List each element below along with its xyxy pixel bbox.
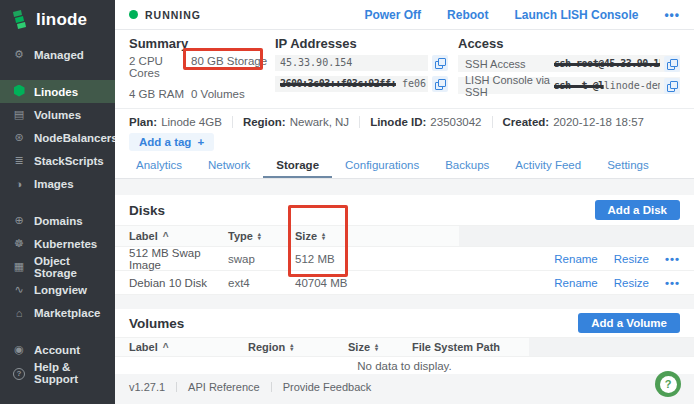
summary-column: Summary 2 CPU Cores 80 GB Storage 4 GB R… bbox=[129, 36, 275, 100]
main-content: RUNNING Power Off Reboot Launch LISH Con… bbox=[115, 0, 694, 404]
volumes-header: Volumes Add a Volume bbox=[115, 309, 694, 337]
sort-icon bbox=[290, 343, 293, 351]
tab-activity-feed[interactable]: Activity Feed bbox=[502, 154, 594, 178]
sidebar-nav: ⚙ Managed Linodes ▤ Volumes ⊛ NodeBalanc… bbox=[0, 43, 115, 384]
disk-size: 512 MB bbox=[295, 253, 445, 265]
volumes-column-region[interactable]: Region bbox=[248, 341, 348, 353]
copy-icon[interactable] bbox=[664, 56, 680, 72]
sidebar-item-domains[interactable]: ⊕ Domains bbox=[0, 209, 115, 232]
add-tag-button[interactable]: Add a tag+ bbox=[129, 133, 214, 151]
status-bar: RUNNING Power Off Reboot Launch LISH Con… bbox=[115, 0, 694, 30]
provide-feedback-link[interactable]: Provide Feedback bbox=[283, 381, 372, 393]
tab-backups[interactable]: Backups bbox=[432, 154, 502, 178]
volumes-column-size[interactable]: Size bbox=[348, 341, 400, 353]
disks-column-type[interactable]: Type bbox=[228, 230, 295, 242]
ssh-access-label: SSH Access bbox=[458, 58, 554, 70]
sidebar-item-longview[interactable]: ∿ Longview bbox=[0, 278, 115, 301]
copy-icon[interactable] bbox=[664, 78, 680, 94]
copy-icon[interactable] bbox=[432, 76, 448, 92]
sidebar-item-object-storage[interactable]: ▦ Object Storage bbox=[0, 255, 115, 278]
tag-row: Add a tag+ bbox=[115, 130, 694, 154]
tab-analytics[interactable]: Analytics bbox=[123, 154, 195, 178]
kubernetes-icon: ☸ bbox=[12, 237, 26, 250]
linode-id-detail: Linode ID:23503042 bbox=[359, 116, 491, 128]
sidebar: linode ⚙ Managed Linodes ▤ Volumes ⊛ Nod… bbox=[0, 0, 115, 404]
question-icon: ? bbox=[660, 376, 677, 393]
add-volume-button[interactable]: Add a Volume bbox=[578, 313, 680, 333]
disk-size: 40704 MB bbox=[295, 277, 445, 289]
sort-icon bbox=[322, 232, 325, 240]
ipv6-row: 2600:3c03::f03c:92ff: fe06:3 bbox=[275, 76, 448, 92]
created-detail: Created:2020-12-18 18:57 bbox=[492, 116, 654, 128]
lish-console-label: LISH Console via SSH bbox=[458, 74, 554, 98]
linodes-icon bbox=[12, 85, 26, 99]
tab-storage[interactable]: Storage bbox=[263, 154, 332, 178]
summary-title: Summary bbox=[129, 36, 275, 50]
summary-band: Summary 2 CPU Cores 80 GB Storage 4 GB R… bbox=[115, 30, 694, 108]
reboot-button[interactable]: Reboot bbox=[447, 8, 488, 22]
access-title: Access bbox=[458, 36, 680, 50]
sidebar-item-kubernetes[interactable]: ☸ Kubernetes bbox=[0, 232, 115, 255]
more-actions-icon[interactable]: ••• bbox=[664, 8, 680, 22]
lish-console-row: LISH Console via SSH ssh -t @llinode-dem… bbox=[458, 77, 680, 94]
nodebalancers-icon: ⊛ bbox=[12, 131, 26, 144]
ssh-access-row: SSH Access ssh root@45.33.90.154 bbox=[458, 55, 680, 72]
access-column: Access SSH Access ssh root@45.33.90.154 … bbox=[458, 36, 680, 100]
linode-logo[interactable]: linode bbox=[0, 0, 115, 39]
version-link[interactable]: v1.27.1 bbox=[129, 381, 165, 393]
disks-section: Disks Add a Disk Label Type Size 512 MB … bbox=[115, 195, 694, 295]
tab-network[interactable]: Network bbox=[195, 154, 263, 178]
object-storage-icon: ▦ bbox=[12, 260, 26, 273]
resize-disk-button[interactable]: Resize bbox=[614, 277, 649, 289]
volumes-title: Volumes bbox=[129, 316, 184, 331]
disk-more-actions-icon[interactable]: ••• bbox=[665, 253, 680, 265]
rename-disk-button[interactable]: Rename bbox=[554, 277, 597, 289]
region-detail: Region:Newark, NJ bbox=[232, 116, 359, 128]
add-disk-button[interactable]: Add a Disk bbox=[595, 200, 680, 220]
launch-lish-console-button[interactable]: Launch LISH Console bbox=[514, 8, 638, 22]
disk-row-swap: 512 MB Swap Image swap 512 MB Rename Res… bbox=[115, 247, 694, 271]
help-icon: ? bbox=[12, 366, 26, 380]
rename-disk-button[interactable]: Rename bbox=[554, 253, 597, 265]
tab-bar: Analytics Network Storage Configurations… bbox=[115, 154, 694, 179]
sort-asc-icon bbox=[163, 230, 169, 242]
volumes-empty-state: No data to display. bbox=[115, 357, 694, 374]
disk-type: swap bbox=[228, 253, 295, 265]
sidebar-item-images[interactable]: ◑ Images bbox=[0, 172, 115, 195]
disk-row-debian: Debian 10 Disk ext4 40704 MB Rename Resi… bbox=[115, 271, 694, 295]
sidebar-item-stackscripts[interactable]: ≣ StackScripts bbox=[0, 149, 115, 172]
ipv4-row: 45.33.90.154 bbox=[275, 55, 448, 71]
sidebar-item-marketplace[interactable]: ⌂ Marketplace bbox=[0, 301, 115, 324]
lish-console-value: ssh -t @llinode-demo123 bbox=[554, 80, 660, 91]
disks-column-label[interactable]: Label bbox=[115, 230, 228, 242]
account-icon: ◉ bbox=[12, 343, 26, 356]
tab-configurations[interactable]: Configurations bbox=[332, 154, 432, 178]
sidebar-item-linodes[interactable]: Linodes bbox=[0, 80, 115, 103]
volumes-section: Volumes Add a Volume Label Region Size F… bbox=[115, 309, 694, 374]
copy-icon[interactable] bbox=[432, 55, 448, 71]
sidebar-item-volumes[interactable]: ▤ Volumes bbox=[0, 103, 115, 126]
disks-title: Disks bbox=[129, 203, 165, 218]
tab-settings[interactable]: Settings bbox=[594, 154, 662, 178]
linode-status: RUNNING bbox=[129, 9, 201, 21]
footer: v1.27.1 API Reference Provide Feedback bbox=[115, 381, 694, 404]
disks-header: Disks Add a Disk bbox=[115, 195, 694, 225]
resize-disk-button[interactable]: Resize bbox=[614, 253, 649, 265]
help-fab-button[interactable]: ? bbox=[655, 371, 681, 397]
sidebar-item-nodebalancers[interactable]: ⊛ NodeBalancers bbox=[0, 126, 115, 149]
disk-more-actions-icon[interactable]: ••• bbox=[665, 277, 680, 289]
sidebar-item-help-support[interactable]: ? Help & Support bbox=[0, 361, 115, 384]
summary-grid: 2 CPU Cores 80 GB Storage 4 GB RAM 0 Vol… bbox=[129, 55, 275, 100]
sidebar-item-account[interactable]: ◉ Account bbox=[0, 338, 115, 361]
volumes-table-header: Label Region Size File System Path bbox=[115, 337, 694, 357]
cpu-cores-value: 2 CPU Cores bbox=[129, 55, 191, 79]
sidebar-item-managed[interactable]: ⚙ Managed bbox=[0, 43, 115, 66]
sort-icon bbox=[375, 343, 378, 351]
power-off-button[interactable]: Power Off bbox=[364, 8, 421, 22]
disks-table-header: Label Type Size bbox=[115, 225, 694, 247]
api-reference-link[interactable]: API Reference bbox=[188, 381, 260, 393]
volumes-column-label[interactable]: Label bbox=[115, 341, 248, 353]
ssh-access-value: ssh root@45.33.90.154 bbox=[554, 58, 660, 69]
disk-label: Debian 10 Disk bbox=[115, 277, 228, 289]
disks-column-size[interactable]: Size bbox=[295, 230, 445, 242]
